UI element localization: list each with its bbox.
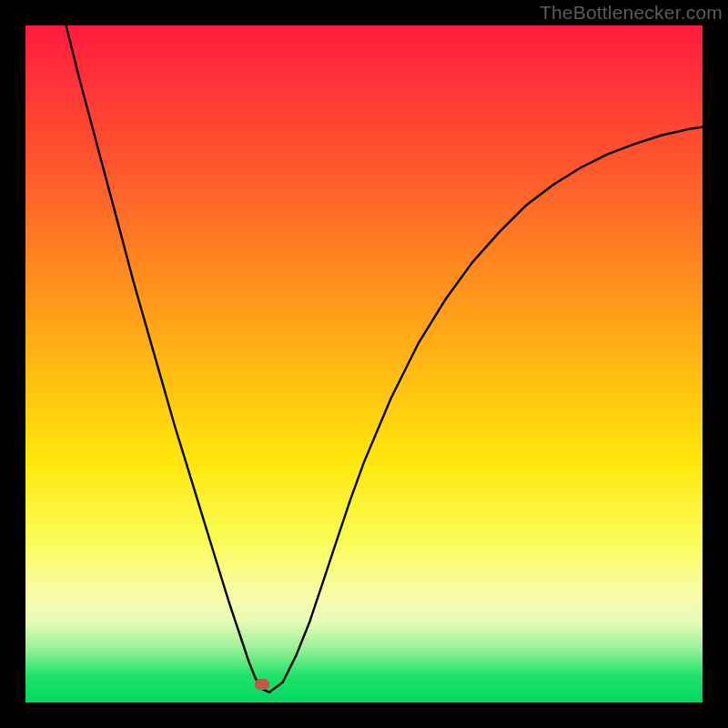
bottleneck-curve (25, 25, 703, 703)
chart-frame: TheBottlenecker.com (0, 0, 728, 728)
optimum-marker (255, 679, 269, 690)
watermark-text: TheBottlenecker.com (540, 2, 723, 24)
plot-area (25, 25, 703, 703)
